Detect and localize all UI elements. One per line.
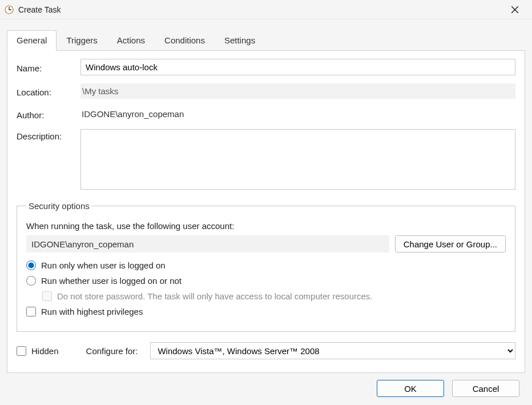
when-running-text: When running the task, use the following… xyxy=(26,221,506,231)
tab-triggers[interactable]: Triggers xyxy=(57,30,107,51)
name-label: Name: xyxy=(17,61,80,73)
radio-run-whether[interactable]: Run whether user is logged on or not xyxy=(26,276,506,286)
tab-settings[interactable]: Settings xyxy=(215,30,265,51)
checkbox-no-store-password: Do not store password. The task will onl… xyxy=(42,291,506,301)
configure-for-select[interactable]: Windows Vista™, Windows Server™ 2008 xyxy=(150,342,515,359)
radio-run-whether-label: Run whether user is logged on or not xyxy=(41,276,182,286)
close-button[interactable] xyxy=(502,1,527,18)
location-value: \My tasks xyxy=(80,83,515,99)
create-task-dialog: Create Task General Triggers Actions Con… xyxy=(0,0,532,405)
description-input[interactable] xyxy=(80,129,515,190)
tab-actions[interactable]: Actions xyxy=(107,30,155,51)
tab-general[interactable]: General xyxy=(7,30,57,51)
window-title: Create Task xyxy=(18,5,61,14)
radio-run-whether-input[interactable] xyxy=(26,276,36,286)
author-label: Author: xyxy=(17,108,80,120)
tabstrip: General Triggers Actions Conditions Sett… xyxy=(7,30,525,51)
radio-run-logged-on[interactable]: Run only when user is logged on xyxy=(26,260,506,270)
checkbox-highest-privileges[interactable]: Run with highest privileges xyxy=(26,307,506,316)
checkbox-hidden-label: Hidden xyxy=(31,346,59,356)
security-legend: Security options xyxy=(26,201,92,211)
checkbox-highest-privileges-label: Run with highest privileges xyxy=(41,307,143,316)
checkbox-no-store-password-label: Do not store password. The task will onl… xyxy=(57,291,372,301)
location-label: Location: xyxy=(17,85,80,97)
checkbox-no-store-password-input xyxy=(42,291,52,301)
security-options-group: Security options When running the task, … xyxy=(17,201,515,332)
user-account-value: IDGONE\anyron_copeman xyxy=(26,235,389,252)
general-panel: Name: Location: \My tasks Author: IDGONE… xyxy=(7,51,525,373)
description-label: Description: xyxy=(17,129,80,141)
checkbox-hidden[interactable]: Hidden xyxy=(17,346,59,356)
radio-run-logged-on-label: Run only when user is logged on xyxy=(41,260,166,270)
name-input[interactable] xyxy=(80,59,515,75)
configure-for-label: Configure for: xyxy=(86,346,138,356)
dialog-button-bar: OK Cancel xyxy=(0,373,532,405)
ok-button[interactable]: OK xyxy=(377,380,444,397)
checkbox-highest-privileges-input[interactable] xyxy=(26,307,36,316)
app-icon xyxy=(5,5,14,14)
change-user-button[interactable]: Change User or Group... xyxy=(395,235,506,252)
tab-conditions[interactable]: Conditions xyxy=(155,30,215,51)
author-value: IDGONE\anyron_copeman xyxy=(80,107,515,121)
radio-run-logged-on-input[interactable] xyxy=(26,260,36,270)
cancel-button[interactable]: Cancel xyxy=(452,380,519,397)
titlebar: Create Task xyxy=(0,0,532,19)
checkbox-hidden-input[interactable] xyxy=(17,346,26,356)
